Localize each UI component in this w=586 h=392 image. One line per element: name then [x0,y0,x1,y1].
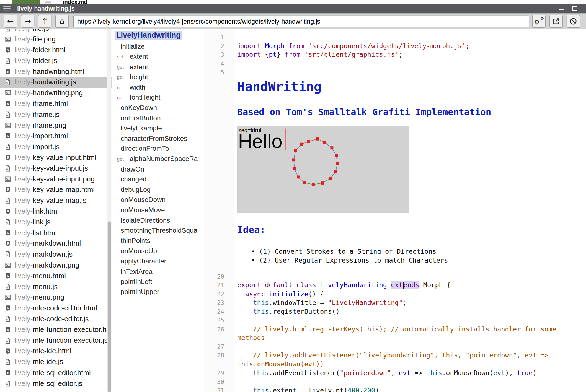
file-item[interactable]: 5lively-mle-ide.html [0,346,112,357]
outline-item[interactable]: smoothingThresholdSqua [112,226,203,236]
file-name-prefix: lively- [15,315,33,323]
file-item[interactable]: </>lively-import.js [0,141,112,152]
file-name: file.png [33,35,56,43]
outline-item[interactable]: getalphaNumberSpaceRa [112,154,203,164]
maximize-button[interactable] [570,4,580,14]
file-name: link.js [33,218,50,226]
file-item[interactable]: 5lively-mle-sql-editor.html [0,367,112,378]
outline-item[interactable]: onMouseUp [112,246,203,256]
file-item[interactable]: lively-file.png [0,34,112,45]
outline-item-label: thinPoints [121,237,150,245]
outline-item[interactable]: onMouseMove [112,205,203,216]
outline-item[interactable]: onKeyDown [112,103,203,113]
file-item[interactable]: </>lively-markdown.js [0,249,112,260]
outline-item[interactable]: debugLog [112,185,203,195]
line-number: 31 [204,386,224,392]
file-item[interactable]: 5lively-key-value-input.html [0,152,112,163]
block-button[interactable] [567,15,580,28]
outline-item[interactable]: onMouseDown [112,195,203,205]
outline-item[interactable]: isolateDirections [112,216,203,226]
url-input[interactable] [73,16,529,27]
file-item[interactable]: 5lively-markdown.html [0,238,112,249]
window-menu-icon[interactable] [3,6,11,12]
idea-bullet-2: (2) User Regular Expressions to match Ch… [251,257,448,264]
outline-item[interactable]: livelyExample [112,123,203,134]
file-item[interactable]: </>lively-key-value-map.js [0,195,112,206]
outline-item[interactable]: getfontHeight [112,93,203,103]
file-item[interactable]: 5lively-folder.html [0,45,112,55]
code-editor[interactable]: 12345202122232425262728293031 import Mor… [204,29,586,392]
html-file-icon: 5 [4,326,11,333]
scrollbar-thumb[interactable] [108,222,111,392]
outline-item-label: onFirstButton [121,114,161,122]
file-item[interactable]: lively-handwriting.png [0,88,112,98]
outline-item[interactable]: inTextArea [112,266,203,277]
file-item[interactable]: 5lively-menu.html [0,271,112,281]
outline-item[interactable]: getheight [112,72,203,82]
file-item[interactable]: 5lively-mle-function-executor.h [0,324,112,335]
file-item[interactable]: </>lively-mle-code-editor.js [0,313,112,324]
open-external-button[interactable] [549,15,563,28]
code-line: // lively.html.registerKeys(this); // au… [237,325,556,334]
back-button[interactable]: ← [4,15,17,28]
maximize-icon [572,6,577,11]
file-item[interactable]: lively-key-value-input.png [0,174,112,185]
file-name-prefix: lively- [15,132,33,140]
file-item[interactable]: </>lively-mle-function-executor.js [0,335,112,346]
file-item[interactable]: </>lively-file.js [0,29,112,34]
file-name-prefix: lively- [15,326,33,334]
outline-item[interactable]: setextent [112,52,203,62]
up-button[interactable]: ↑ [38,15,52,28]
file-item[interactable]: lively-menu.png [0,292,112,303]
outline-item-label: directionFromTo [121,145,169,152]
file-item[interactable]: </>lively-mle-sql-editor.js [0,378,112,389]
file-item[interactable]: 5lively-list.html [0,227,112,238]
minimize-button[interactable] [557,4,567,14]
js-file-icon: </> [4,197,11,204]
file-item[interactable]: 5lively-link.html [0,206,112,217]
outline-item[interactable]: pointInLeft [112,277,203,287]
settings-button[interactable]: ⚙ ⚙ [532,15,546,28]
outline-item-label: fontHeight [130,94,160,101]
file-item[interactable]: lively-markdown.png [0,260,112,271]
outline-item[interactable]: getwidth [112,82,203,93]
file-item[interactable]: 5lively-mle-code-editor.html [0,303,112,314]
file-item[interactable]: </>lively-folder.js [0,55,112,66]
outline-item[interactable]: characterFromStrokes [112,134,203,144]
outline-item[interactable]: directionFromTo [112,144,203,154]
outline-item[interactable]: drawOn [112,164,203,175]
file-item[interactable]: </>lively-menu.js [0,281,112,292]
file-name: import.html [33,132,68,140]
home-button[interactable]: ⌂ [55,15,69,28]
outline-class-name[interactable]: LivelyHandwriting [115,31,182,40]
file-item[interactable]: </>lively-handwriting.js [0,77,112,88]
svg-text:5: 5 [7,274,9,277]
js-file-icon: </> [4,29,11,32]
markdown-h1: HandWriting [237,79,321,94]
outline-item[interactable]: changed [112,175,203,185]
outline-item[interactable]: getextent [112,62,203,72]
file-item[interactable]: </>lively-mle-ide.js [0,357,112,367]
forward-button[interactable]: → [21,15,35,28]
file-item[interactable]: lively-iframe.png [0,120,112,131]
file-item[interactable]: </>lively-key-value-input.js [0,163,112,174]
file-item[interactable]: 5lively-iframe.html [0,98,112,109]
file-item[interactable]: </>lively-link.js [0,217,112,228]
outline-item-label: onMouseDown [121,196,166,204]
file-item[interactable]: 5lively-key-value-map.html [0,185,112,195]
file-item[interactable]: 5lively-import.html [0,131,112,141]
outline-item[interactable]: pointInUpper [112,287,203,297]
outline-item[interactable]: onFirstButton [112,113,203,123]
image-file-icon [4,122,11,129]
file-item[interactable]: </>lively-iframe.js [0,109,112,120]
line-number: 30 [204,377,224,386]
idea-bullet-1: (1) Convert Strokes to a String of Direc… [251,248,436,255]
file-item[interactable]: 5lively-handwriting.html [0,66,112,77]
gutter [204,29,234,392]
line-number: 20 [204,272,224,281]
sidebar-scrollbar[interactable] [107,29,111,392]
outline-item[interactable]: initialize [112,41,203,52]
outline-item[interactable]: applyCharacter [112,256,203,266]
handwriting-canvas[interactable]: seq=ldrul Hello [237,126,409,213]
outline-item[interactable]: thinPoints [112,236,203,246]
